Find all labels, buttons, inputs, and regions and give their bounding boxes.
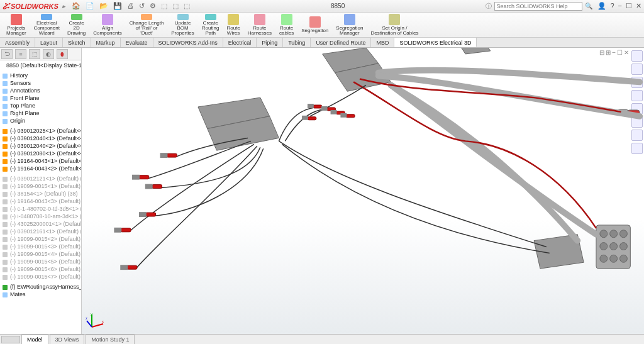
tab-user-defined-route[interactable]: User Defined Route xyxy=(311,38,371,47)
ribbon-route[interactable]: RouteHarnesses xyxy=(244,14,275,36)
ribbon-segregation[interactable]: Segregation xyxy=(297,14,332,36)
tree-item[interactable]: (-) 38154<1> (Default) (38) xyxy=(1,190,80,197)
tree-item[interactable]: (-) 19164-0043<3> (Default) (39) xyxy=(1,197,80,205)
feature-manager-toolbar: ⮌ ≡ ⬚ ◐ ⬮ xyxy=(0,48,81,60)
qat-undo-icon[interactable]: ↺ xyxy=(139,2,145,10)
svg-point-12 xyxy=(620,243,628,250)
tree-item[interactable]: (-) 19099-0015<6> (Default) (56) xyxy=(1,265,80,273)
motion-study-tab[interactable]: Motion Study 1 xyxy=(86,335,135,344)
graphics-viewport[interactable]: ⊟ ⊞ − ☐ ✕ xyxy=(82,48,644,334)
tree-item[interactable]: (-) 43025200001<1> (Default) (48) xyxy=(1,220,80,228)
ribbon-create[interactable]: Create2DDrawing xyxy=(64,14,89,36)
scroll-left[interactable] xyxy=(1,336,20,343)
tab-evaluate[interactable]: Evaluate xyxy=(121,38,153,47)
tree-item[interactable]: (-) 039012161<1> (Default) (51) xyxy=(1,228,80,235)
search-input[interactable] xyxy=(494,2,582,11)
tree-item[interactable]: (-) 039012121<1> (Default) (36) xyxy=(1,175,80,182)
ribbon-change-length[interactable]: Change Lengthof 'Rail' or'Duct' xyxy=(126,14,168,36)
tree-item[interactable]: (-) 039012080<1> (Default<<Default xyxy=(1,150,80,157)
tab-tubing[interactable]: Tubing xyxy=(283,38,311,47)
minimize-button[interactable]: − xyxy=(618,2,622,10)
qat-new-icon[interactable]: 📄 xyxy=(86,2,94,10)
tree-mates-item[interactable]: Mates xyxy=(1,291,80,298)
ribbon-icon xyxy=(141,14,152,20)
tree-item[interactable]: (-) 19164-0043<1> (Default<<Default xyxy=(1,157,80,165)
tab-piping[interactable]: Piping xyxy=(257,38,283,47)
ribbon-projects[interactable]: ProjectsManager xyxy=(3,14,30,36)
feature-tree-list[interactable]: 8850 (Default<Display State-1>) xyxy=(0,60,81,70)
tree-item[interactable]: (-) 19164-0043<2> (Default<<Default xyxy=(1,165,80,172)
svg-point-8 xyxy=(610,230,618,238)
svg-rect-24 xyxy=(313,105,322,108)
tab-layout[interactable]: Layout xyxy=(35,38,63,47)
tree-item[interactable]: Annotations xyxy=(1,87,80,94)
tree-item[interactable]: History xyxy=(1,72,80,79)
ribbon-segregation[interactable]: SegregationManager xyxy=(332,14,367,36)
fm-tab-property[interactable]: ≡ xyxy=(15,49,26,59)
qat-home-icon[interactable]: 🏠 xyxy=(72,2,80,10)
3d-views-tab[interactable]: 3D Views xyxy=(50,335,85,344)
tab-sketch[interactable]: Sketch xyxy=(63,38,91,47)
qat-extra1-icon[interactable]: ⬚ xyxy=(172,2,179,10)
tree-item[interactable]: (-) 19099-0015<2> (Default) (52) xyxy=(1,235,80,243)
qat-save-icon[interactable]: 💾 xyxy=(113,2,122,10)
fm-tab-extra[interactable]: ⬮ xyxy=(57,49,68,59)
tree-item[interactable]: Origin xyxy=(1,117,80,125)
qat-options-icon[interactable]: ⬚ xyxy=(161,2,167,10)
help-button[interactable]: ? xyxy=(610,2,614,10)
tab-solidworks-add-ins[interactable]: SOLIDWORKS Add-Ins xyxy=(153,38,223,47)
ribbon-label: Harnesses xyxy=(248,31,272,36)
fm-tab-display[interactable]: ◐ xyxy=(43,49,54,59)
tab-solidworks-electrical-3d[interactable]: SOLIDWORKS Electrical 3D xyxy=(394,38,477,47)
fm-tab-tree[interactable]: ⮌ xyxy=(1,49,13,59)
tree-item[interactable]: Sensors xyxy=(1,79,80,87)
qat-extra2-icon[interactable]: ⬚ xyxy=(184,2,190,10)
qat-open-icon[interactable]: 📂 xyxy=(99,2,108,10)
tree-item[interactable]: Right Plane xyxy=(1,109,80,117)
ribbon-label: Wizard xyxy=(39,31,55,36)
ribbon-route[interactable]: RouteWires xyxy=(223,14,243,36)
info-icon[interactable]: ⓘ xyxy=(486,2,492,11)
ribbon-update[interactable]: UpdateBOMProperties xyxy=(167,14,197,36)
tree-item[interactable]: (-) 19099-0015<4> (Default) (54) xyxy=(1,250,80,258)
maximize-button[interactable]: ☐ xyxy=(626,2,632,10)
tree-item[interactable]: (-) 19099-0015<1> (Default) (37) xyxy=(1,182,80,190)
tree-item[interactable]: (-) i-0480708-10-am-3d<1> (Default) xyxy=(1,213,80,220)
dropdown-icon[interactable]: ▸ xyxy=(62,3,65,9)
tree-item[interactable]: Top Plane xyxy=(1,102,80,109)
tree-item[interactable]: Front Plane xyxy=(1,94,80,102)
tree-item[interactable]: (-) 19099-0015<7> (Default) (57) xyxy=(1,273,80,280)
ribbon-route[interactable]: Routecables xyxy=(275,14,297,36)
command-manager-tabs: AssemblyLayoutSketchMarkupEvaluateSOLIDW… xyxy=(0,38,644,48)
tab-assembly[interactable]: Assembly xyxy=(0,38,35,47)
ribbon-label: Manager xyxy=(340,31,360,36)
tree-item[interactable]: (-) c-1-480702-0-td-3d5<1> (Default) xyxy=(1,205,80,213)
close-button[interactable]: ✕ xyxy=(636,2,641,10)
view-triad[interactable]: x y z xyxy=(86,311,104,330)
tab-markup[interactable]: Markup xyxy=(91,38,121,47)
tree-harness-item[interactable]: (f) EWRoutingAssyHarness_MBD xyxy=(1,283,80,291)
ribbon-create[interactable]: CreateRoutingPath xyxy=(198,14,223,36)
tab-electrical[interactable]: Electrical xyxy=(223,38,257,47)
qat-print-icon[interactable]: 🖨 xyxy=(127,2,134,10)
qat-rebuild-icon[interactable]: ⚙ xyxy=(150,2,156,10)
tree-item[interactable]: (-) 19099-0015<5> (Default) (55) xyxy=(1,258,80,265)
tree-standard-items: HistorySensorsAnnotationsFront PlaneTop … xyxy=(0,70,81,126)
svg-text:x: x xyxy=(102,319,104,323)
tree-item[interactable]: (-) 039012040<2> (Default<<Default xyxy=(1,142,80,150)
svg-point-7 xyxy=(600,230,608,238)
ribbon-set-origin-[interactable]: Set Origin /Destination of Cables xyxy=(367,14,422,36)
ribbon-electrical[interactable]: ElectricalComponentWizard xyxy=(30,14,64,36)
user-icon[interactable]: 👤 xyxy=(597,2,606,10)
tree-item[interactable]: (-) 19099-0015<3> (Default) (53) xyxy=(1,243,80,250)
tree-root[interactable]: 8850 (Default<Display State-1>) xyxy=(1,62,80,69)
search-icon[interactable]: 🔍 xyxy=(585,3,592,9)
ribbon-icon xyxy=(389,14,400,25)
model-tab[interactable]: Model xyxy=(21,335,48,344)
fm-tab-config[interactable]: ⬚ xyxy=(29,49,40,59)
tab-mbd[interactable]: MBD xyxy=(371,38,394,47)
tree-item[interactable]: (-) 039012040<1> (Default<<Default xyxy=(1,135,80,142)
svg-rect-26 xyxy=(308,117,316,120)
ribbon-align[interactable]: AlignComponents xyxy=(89,14,125,36)
tree-item[interactable]: (-) 039012025<1> (Default<<Default xyxy=(1,127,80,135)
